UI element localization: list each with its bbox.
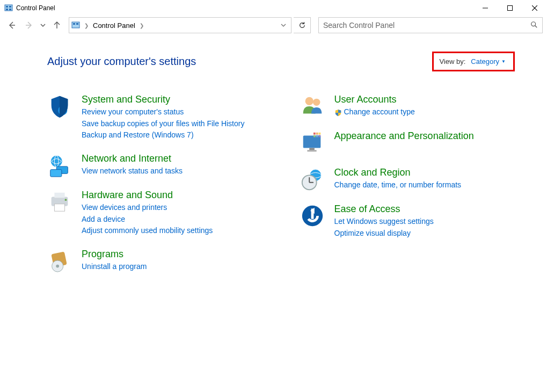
globe-network-icon <box>47 153 72 178</box>
category-link[interactable]: Review your computer's status <box>82 106 262 118</box>
svg-rect-31 <box>303 136 320 148</box>
category-link[interactable]: Change date, time, or number formats <box>334 179 515 191</box>
category-clock-region: Clock and Region Change date, time, or n… <box>300 167 515 192</box>
chevron-right-icon[interactable]: ❯ <box>138 23 145 28</box>
svg-rect-23 <box>54 193 64 198</box>
category-title[interactable]: Appearance and Personalization <box>334 130 515 142</box>
svg-rect-14 <box>76 23 78 25</box>
recent-locations-button[interactable] <box>39 18 47 33</box>
category-columns: System and Security Review your computer… <box>47 94 515 285</box>
svg-line-16 <box>535 25 537 27</box>
printer-icon <box>47 190 72 214</box>
svg-rect-36 <box>318 133 320 135</box>
category-appearance-personalization: Appearance and Personalization <box>300 130 515 155</box>
back-button[interactable] <box>4 18 19 33</box>
control-panel-icon <box>4 4 13 12</box>
svg-rect-37 <box>313 135 315 137</box>
up-button[interactable] <box>49 18 64 33</box>
address-bar[interactable]: ❯ Control Panel ❯ <box>69 17 291 33</box>
uac-shield-icon <box>334 108 342 116</box>
category-link[interactable]: Save backup copies of your files with Fi… <box>82 118 262 130</box>
titlebar: Control Panel <box>0 0 547 16</box>
category-title[interactable]: Hardware and Sound <box>82 190 262 201</box>
svg-point-29 <box>305 97 313 105</box>
shield-icon <box>47 94 72 119</box>
category-link[interactable]: Add a device <box>82 214 262 226</box>
search-icon[interactable] <box>530 21 538 30</box>
category-hardware-sound: Hardware and Sound View devices and prin… <box>47 190 262 237</box>
view-by-value[interactable]: Category ▼ <box>471 57 506 66</box>
category-link[interactable]: Adjust commonly used mobility settings <box>82 225 262 237</box>
chevron-down-icon: ▼ <box>501 59 506 64</box>
svg-rect-4 <box>9 9 11 10</box>
users-icon <box>300 94 325 119</box>
category-link[interactable]: Backup and Restore (Windows 7) <box>82 129 262 141</box>
svg-point-25 <box>65 199 67 201</box>
category-link[interactable]: Let Windows suggest settings <box>334 216 515 228</box>
category-link-text: Change account type <box>344 106 415 118</box>
category-title[interactable]: Ease of Access <box>334 204 515 215</box>
svg-rect-34 <box>313 133 315 135</box>
svg-rect-6 <box>508 6 513 11</box>
address-dropdown-button[interactable] <box>278 21 289 30</box>
view-by-control[interactable]: View by: Category ▼ <box>432 52 515 71</box>
breadcrumb-control-panel[interactable]: Control Panel <box>90 21 138 30</box>
svg-rect-33 <box>307 150 316 151</box>
navbar: ❯ Control Panel ❯ <box>0 16 547 37</box>
svg-point-28 <box>56 265 59 268</box>
category-link[interactable]: View network status and tasks <box>82 165 262 177</box>
svg-rect-38 <box>316 135 318 137</box>
programs-icon <box>47 249 72 273</box>
minimize-button[interactable] <box>473 0 498 16</box>
category-programs: Programs Uninstall a program <box>47 249 262 273</box>
search-input[interactable] <box>323 21 530 30</box>
svg-rect-13 <box>73 23 75 25</box>
svg-rect-1 <box>6 6 8 8</box>
category-title[interactable]: Programs <box>82 249 262 260</box>
view-by-label: View by: <box>439 57 465 66</box>
svg-point-18 <box>51 156 62 167</box>
svg-rect-24 <box>54 204 64 211</box>
left-column: System and Security Review your computer… <box>47 94 262 285</box>
maximize-button[interactable] <box>498 0 522 16</box>
category-user-accounts: User Accounts Change account type <box>300 94 515 119</box>
close-button[interactable] <box>522 0 547 16</box>
content-area: Adjust your computer's settings View by:… <box>0 37 547 285</box>
forward-button[interactable] <box>21 18 37 33</box>
svg-rect-21 <box>50 170 62 177</box>
svg-rect-2 <box>9 6 11 8</box>
category-system-security: System and Security Review your computer… <box>47 94 262 141</box>
svg-point-15 <box>531 21 536 26</box>
category-ease-of-access: Ease of Access Let Windows suggest setti… <box>300 204 515 239</box>
category-title[interactable]: User Accounts <box>334 94 515 105</box>
refresh-button[interactable] <box>294 17 311 33</box>
category-link[interactable]: Uninstall a program <box>82 261 262 273</box>
clock-globe-icon <box>300 167 325 192</box>
category-title[interactable]: Clock and Region <box>334 167 515 178</box>
window-controls <box>473 0 547 16</box>
view-by-value-text: Category <box>471 57 499 66</box>
category-title[interactable]: Network and Internet <box>82 153 262 164</box>
svg-rect-39 <box>318 135 320 137</box>
category-network-internet: Network and Internet View network status… <box>47 153 262 178</box>
chevron-right-icon[interactable]: ❯ <box>83 23 90 28</box>
page-title: Adjust your computer's settings <box>47 55 196 68</box>
ease-of-access-icon <box>300 204 325 228</box>
svg-point-30 <box>312 99 319 106</box>
right-column: User Accounts Change account type Appear… <box>300 94 515 285</box>
category-link[interactable]: Change account type <box>334 106 415 118</box>
monitor-personalization-icon <box>300 130 325 155</box>
svg-rect-12 <box>72 22 79 28</box>
category-link[interactable]: View devices and printers <box>82 202 262 214</box>
svg-rect-35 <box>316 133 318 135</box>
svg-rect-3 <box>6 9 8 10</box>
control-panel-icon <box>71 21 80 30</box>
category-link[interactable]: Optimize visual display <box>334 228 515 239</box>
svg-rect-32 <box>309 148 315 150</box>
window-title: Control Panel <box>16 4 55 12</box>
search-box[interactable] <box>318 17 543 33</box>
category-title[interactable]: System and Security <box>82 94 262 105</box>
header-row: Adjust your computer's settings View by:… <box>47 52 515 71</box>
